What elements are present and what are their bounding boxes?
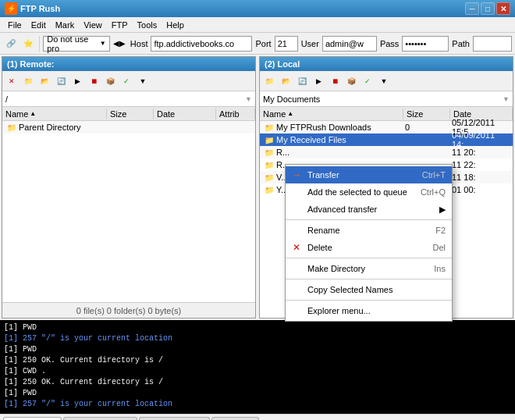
log-area: [1] PWD [1] 257 "/" is your current loca… bbox=[0, 320, 515, 414]
log-line-3: [1] 250 OK. Current directory is / bbox=[4, 355, 511, 366]
user-input[interactable] bbox=[322, 36, 377, 52]
local-col-name[interactable]: Name▲ bbox=[260, 109, 403, 119]
remote-col-attrib[interactable]: Attrib bbox=[216, 109, 255, 119]
menu-mark[interactable]: Mark bbox=[51, 19, 79, 31]
path-label: Path bbox=[452, 39, 470, 48]
local-more-btn[interactable]: ▼ bbox=[376, 73, 392, 89]
local-check-btn[interactable]: ✓ bbox=[360, 73, 375, 89]
ctx-sep-4 bbox=[286, 300, 452, 301]
path-input[interactable] bbox=[473, 36, 512, 52]
menu-bar: File Edit Mark View FTP Tools Help bbox=[0, 17, 515, 33]
window-controls: ─ □ ✕ bbox=[465, 2, 510, 15]
ctx-rename[interactable]: Rename F2 bbox=[286, 222, 452, 239]
user-label: User bbox=[301, 39, 319, 48]
delete-icon: ✕ bbox=[290, 241, 303, 254]
local-panel-header: (2) Local bbox=[260, 57, 513, 71]
toolbar-btn-arrow[interactable]: ◀▶ bbox=[112, 35, 127, 52]
folder-icon-0: 📁 bbox=[265, 123, 274, 132]
ctx-add-queue[interactable]: Add the selected to queue Ctrl+Q bbox=[286, 183, 452, 201]
ctx-sep-1 bbox=[286, 219, 452, 220]
ctx-copy-names[interactable]: Copy Selected Names bbox=[286, 281, 452, 298]
pass-label: Pass bbox=[380, 39, 399, 48]
remote-transfer-btn[interactable]: 📦 bbox=[102, 73, 118, 89]
window-title: FTP Rush bbox=[20, 4, 465, 13]
menu-view[interactable]: View bbox=[79, 19, 107, 31]
local-reload-btn[interactable]: 🔄 bbox=[294, 73, 310, 89]
local-stop-btn[interactable]: ⏹ bbox=[327, 73, 343, 89]
tab-system-log[interactable]: 📋 System Log bbox=[139, 417, 210, 420]
remote-check-btn[interactable]: ✓ bbox=[119, 73, 134, 89]
port-label: Port bbox=[255, 39, 271, 48]
local-row-1[interactable]: 📁My Received Files 04/09/2011 14: bbox=[260, 133, 513, 146]
ctx-explorer-menu[interactable]: Explorer menu... bbox=[286, 302, 452, 319]
ctx-delete[interactable]: ✕ Delete Del bbox=[286, 239, 452, 256]
menu-tools[interactable]: Tools bbox=[133, 19, 162, 31]
remote-play-btn[interactable]: ▶ bbox=[69, 73, 85, 89]
local-transfer-btn[interactable]: 📦 bbox=[343, 73, 359, 89]
menu-ftp[interactable]: FTP bbox=[107, 19, 133, 31]
log-line-6: [1] PWD bbox=[4, 388, 511, 399]
menu-file[interactable]: File bbox=[3, 19, 27, 31]
remote-folder-btn[interactable]: 📁 bbox=[20, 73, 36, 89]
menu-help[interactable]: Help bbox=[162, 19, 189, 31]
main-toolbar: 🔗 ⭐ Do not use pro ▼ ◀▶ Host Port User P… bbox=[0, 33, 515, 55]
remote-row-parent[interactable]: 📁 Parent Directory bbox=[2, 121, 255, 133]
log-line-5: [1] 250 OK. Current directory is / bbox=[4, 377, 511, 388]
local-toolbar: 📁 📂 🔄 ▶ ⏹ 📦 ✓ ▼ bbox=[260, 71, 513, 91]
remote-status: 0 file(s) 0 folder(s) 0 byte(s) bbox=[2, 302, 255, 318]
local-path-arrow[interactable]: ▼ bbox=[503, 95, 510, 103]
remote-file-list: Name▲ Size Date Attrib 📁 Parent Director… bbox=[2, 107, 255, 302]
remote-disconnect-btn[interactable]: ✕ bbox=[4, 73, 20, 89]
remote-up-btn[interactable]: 📂 bbox=[37, 73, 52, 89]
folder-icon-1: 📁 bbox=[265, 136, 274, 144]
folder-icon-2: 📁 bbox=[265, 148, 274, 157]
remote-toolbar: ✕ 📁 📂 🔄 ▶ ⏹ 📦 ✓ ▼ bbox=[2, 71, 255, 91]
ctx-transfer[interactable]: → Transfer Ctrl+T bbox=[286, 166, 452, 183]
remote-col-size[interactable]: Size bbox=[107, 109, 154, 119]
remote-panel-header: (1) Remote: bbox=[2, 57, 255, 71]
remote-more-btn[interactable]: ▼ bbox=[135, 73, 151, 89]
ctx-sep-3 bbox=[286, 279, 452, 279]
log-line-2: [1] PWD bbox=[4, 344, 511, 355]
close-button[interactable]: ✕ bbox=[496, 2, 510, 15]
local-sort-arrow-icon: ▲ bbox=[287, 110, 293, 117]
local-play-btn[interactable]: ▶ bbox=[311, 73, 326, 89]
port-input[interactable] bbox=[275, 36, 298, 52]
minimize-button[interactable]: ─ bbox=[465, 2, 479, 15]
parent-dir-icon: 📁 bbox=[7, 123, 16, 132]
app-icon: ⚡ bbox=[5, 2, 17, 15]
title-bar: ⚡ FTP Rush ─ □ ✕ bbox=[0, 0, 515, 17]
remote-stop-btn[interactable]: ⏹ bbox=[86, 73, 101, 89]
sort-arrow-icon: ▲ bbox=[30, 110, 36, 117]
local-col-size[interactable]: Size bbox=[403, 109, 450, 119]
host-input[interactable] bbox=[151, 36, 252, 52]
remote-columns: Name▲ Size Date Attrib bbox=[2, 107, 255, 121]
local-row-2[interactable]: 📁R... 11 20: bbox=[260, 146, 513, 158]
toolbar-btn-1[interactable]: 🔗 bbox=[3, 35, 19, 52]
log-line-7: [1] 257 "/" is your current location bbox=[4, 399, 511, 410]
remote-path-arrow[interactable]: ▼ bbox=[245, 95, 252, 103]
tab-ftp-log[interactable]: 📋 FTP Log bbox=[3, 417, 62, 420]
tab-transfer-log[interactable]: 📋 Transfer Log bbox=[63, 417, 137, 420]
tab-bar: 📋 FTP Log 📋 Transfer Log 📋 System Log 📋 … bbox=[0, 414, 515, 420]
tab-tasks[interactable]: 📋 Tasks bbox=[211, 417, 259, 420]
remote-col-name[interactable]: Name▲ bbox=[2, 109, 107, 119]
connection-dropdown[interactable]: Do not use pro ▼ bbox=[43, 36, 109, 52]
menu-edit[interactable]: Edit bbox=[27, 19, 51, 31]
remote-path-bar: / ▼ bbox=[2, 91, 255, 107]
maximize-button[interactable]: □ bbox=[481, 2, 495, 15]
remote-panel: (1) Remote: ✕ 📁 📂 🔄 ▶ ⏹ 📦 ✓ ▼ / ▼ Name▲ … bbox=[2, 56, 256, 319]
log-line-4: [1] CWD . bbox=[4, 366, 511, 377]
remote-reload-btn[interactable]: 🔄 bbox=[53, 73, 69, 89]
context-menu: → Transfer Ctrl+T Add the selected to qu… bbox=[285, 164, 453, 322]
ctx-advanced-transfer[interactable]: Advanced transfer ▶ bbox=[286, 201, 452, 218]
local-folder-btn[interactable]: 📁 bbox=[261, 73, 277, 89]
remote-col-date[interactable]: Date bbox=[154, 109, 216, 119]
local-path-bar: My Documents ▼ bbox=[260, 91, 513, 107]
transfer-icon: → bbox=[290, 169, 303, 181]
pass-input[interactable] bbox=[402, 36, 449, 52]
ctx-make-dir[interactable]: Make Directory Ins bbox=[286, 260, 452, 277]
host-label: Host bbox=[130, 39, 148, 48]
local-up-btn[interactable]: 📂 bbox=[278, 73, 293, 89]
toolbar-btn-2[interactable]: ⭐ bbox=[20, 35, 36, 52]
